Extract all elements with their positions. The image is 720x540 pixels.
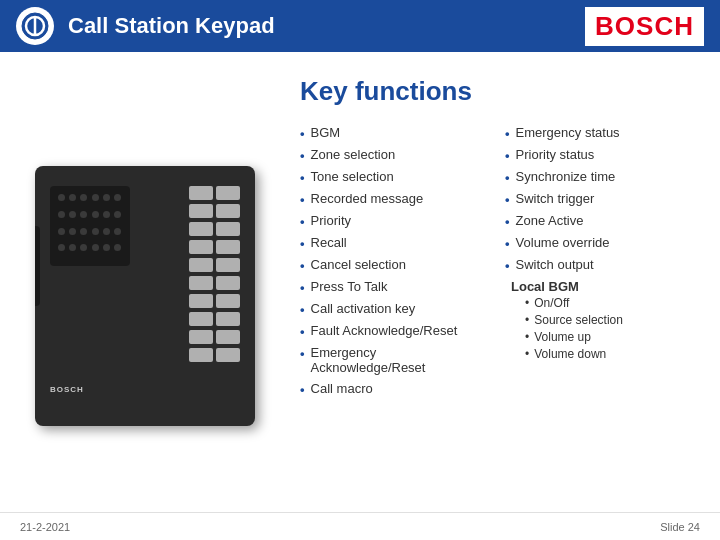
key-functions-grid: • BGM • Zone selection • Tone selection … <box>300 125 690 403</box>
device-image-panel: BOSCH <box>0 52 290 540</box>
bullet-icon: • <box>505 258 510 273</box>
item-label: Priority status <box>516 147 595 162</box>
key-functions-panel: Key functions • BGM • Zone selection • T… <box>290 52 720 540</box>
device-key <box>189 204 213 218</box>
bullet-icon: • <box>300 214 305 229</box>
speaker-dot <box>92 194 99 201</box>
bosch-brand-logo: BOSCH <box>585 7 704 46</box>
speaker-dot <box>92 244 99 251</box>
speaker-dot <box>58 228 65 235</box>
local-bgm-label: Local BGM <box>511 279 579 294</box>
speaker-dot <box>69 194 76 201</box>
device-button-rows <box>189 186 240 362</box>
item-label: Priority <box>311 213 351 228</box>
speaker-dot <box>58 211 65 218</box>
speaker-dot <box>114 194 121 201</box>
speaker-dot <box>103 211 110 218</box>
btn-row-6 <box>189 276 240 290</box>
sub-bullet-icon: • <box>525 347 529 361</box>
speaker-dot <box>92 228 99 235</box>
bullet-icon: • <box>505 236 510 251</box>
bullet-icon: • <box>300 346 305 361</box>
bullet-icon: • <box>300 170 305 185</box>
list-item: • Tone selection <box>300 169 485 185</box>
device-cable <box>35 226 40 306</box>
bullet-icon: • <box>300 126 305 141</box>
call-station-device: BOSCH <box>35 166 255 426</box>
btn-row-4 <box>189 240 240 254</box>
speaker-dot <box>103 244 110 251</box>
list-item: • Cancel selection <box>300 257 485 273</box>
bullet-icon: • <box>505 148 510 163</box>
btn-row-3 <box>189 222 240 236</box>
bosch-logo-circle <box>16 7 54 45</box>
bullet-icon: • <box>300 148 305 163</box>
bullet-icon: • <box>505 126 510 141</box>
item-label: Tone selection <box>311 169 394 184</box>
sub-item-label: Source selection <box>534 313 623 327</box>
speaker-dot <box>103 228 110 235</box>
item-label: Recorded message <box>311 191 424 206</box>
device-speaker <box>50 186 130 266</box>
btn-row-7 <box>189 294 240 308</box>
list-item: • Recall <box>300 235 485 251</box>
header: Call Station Keypad BOSCH <box>0 0 720 52</box>
sub-list-item: • Volume down <box>525 347 623 361</box>
device-key <box>216 186 240 200</box>
device-key <box>216 276 240 290</box>
slide-number: 24 <box>688 521 700 533</box>
sub-list-item: • Source selection <box>525 313 623 327</box>
bosch-emblem-icon <box>21 12 49 40</box>
bullet-icon: • <box>300 192 305 207</box>
device-key <box>216 240 240 254</box>
btn-row-5 <box>189 258 240 272</box>
list-item: • Press To Talk <box>300 279 485 295</box>
device-key <box>189 330 213 344</box>
list-item: • Synchronize time <box>505 169 690 185</box>
speaker-dot <box>114 211 121 218</box>
btn-row-10 <box>189 348 240 362</box>
item-label: Switch output <box>516 257 594 272</box>
bullet-icon: • <box>300 324 305 339</box>
bullet-icon: • <box>300 302 305 317</box>
btn-row-9 <box>189 330 240 344</box>
slide-label: Slide <box>660 521 684 533</box>
device-key <box>216 330 240 344</box>
list-item: • Call activation key <box>300 301 485 317</box>
speaker-grille <box>50 186 130 266</box>
item-label: Call macro <box>311 381 373 396</box>
list-item: • Switch output <box>505 257 690 273</box>
sub-list-item: • Volume up <box>525 330 623 344</box>
sub-item-label: Volume down <box>534 347 606 361</box>
device-key <box>189 294 213 308</box>
device-key <box>216 348 240 362</box>
speaker-dot <box>103 194 110 201</box>
speaker-dot <box>80 244 87 251</box>
sub-bullet-icon: • <box>525 296 529 310</box>
list-item: • BGM <box>300 125 485 141</box>
list-item: • Fault Acknowledge/Reset <box>300 323 485 339</box>
speaker-dot <box>114 228 121 235</box>
device-key <box>216 204 240 218</box>
item-label: Emergency Acknowledge/Reset <box>311 345 485 375</box>
speaker-dot <box>80 211 87 218</box>
bullet-icon: • <box>505 214 510 229</box>
bullet-icon: • <box>300 280 305 295</box>
item-label: Call activation key <box>311 301 416 316</box>
btn-row-2 <box>189 204 240 218</box>
item-label: Recall <box>311 235 347 250</box>
local-bgm-item: Local BGM • On/Off • Source selection <box>505 279 690 364</box>
speaker-dot <box>80 194 87 201</box>
functions-col-1: • BGM • Zone selection • Tone selection … <box>300 125 485 403</box>
speaker-dot <box>69 228 76 235</box>
list-item: • Zone selection <box>300 147 485 163</box>
device-key <box>216 294 240 308</box>
item-label: Press To Talk <box>311 279 388 294</box>
item-label: Switch trigger <box>516 191 595 206</box>
sub-bullet-icon: • <box>525 330 529 344</box>
device-key <box>189 348 213 362</box>
sub-item-label: Volume up <box>534 330 591 344</box>
item-label: BGM <box>311 125 341 140</box>
list-item: • Recorded message <box>300 191 485 207</box>
speaker-dot <box>114 244 121 251</box>
